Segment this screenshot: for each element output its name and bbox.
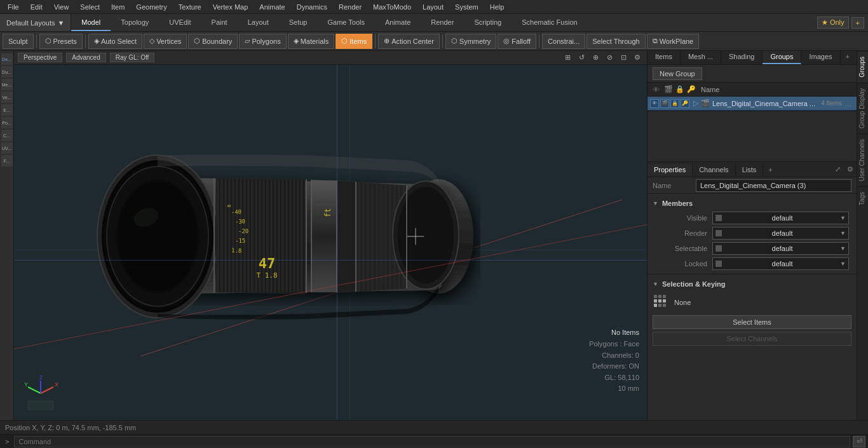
eye-icon[interactable]: 👁 <box>650 99 659 108</box>
viewport-icon-rotate[interactable]: ↺ <box>576 52 587 64</box>
sidebar-icon-8[interactable]: UV... <box>1 142 13 154</box>
tab-animate[interactable]: Animate <box>375 14 421 31</box>
select-through-button[interactable]: Select Through <box>587 34 645 49</box>
menu-animate[interactable]: Animate <box>254 2 290 12</box>
menu-geometry[interactable]: Geometry <box>131 2 172 12</box>
menu-render[interactable]: Render <box>334 2 367 12</box>
menu-select[interactable]: Select <box>75 2 105 12</box>
lock-icon[interactable]: 🔒 <box>670 99 679 108</box>
star-only-button[interactable]: ★ Only <box>817 17 849 29</box>
sidebar-icon-3[interactable]: Me... <box>1 79 13 90</box>
visible-select[interactable]: default ▼ <box>712 212 849 224</box>
vtab-groups[interactable]: Groups <box>857 51 868 83</box>
materials-button[interactable]: ◈ Materials <box>288 34 335 49</box>
presets-button[interactable]: ⬡ Presets <box>39 34 83 49</box>
tab-uvedit[interactable]: UVEdit <box>159 14 201 31</box>
sidebar-icon-4[interactable]: Ve... <box>1 92 13 103</box>
menu-file[interactable]: File <box>3 2 24 12</box>
tab-paint[interactable]: Paint <box>201 14 238 31</box>
sidebar-icon-6[interactable]: Po... <box>1 117 13 128</box>
key-icon[interactable]: 🔑 <box>681 99 689 108</box>
rp-tab-shading[interactable]: Shading <box>721 51 763 64</box>
selectable-select[interactable]: default ▼ <box>712 242 849 255</box>
viewport-icon-zoom-out[interactable]: ⊘ <box>604 52 615 64</box>
symmetry-button[interactable]: ⬡ Symmetry <box>445 34 497 49</box>
rp-tab-add[interactable]: + <box>841 51 855 64</box>
menu-texture[interactable]: Texture <box>173 2 207 12</box>
viewport-icon-settings[interactable]: ⚙ <box>632 52 643 64</box>
render-select[interactable]: default ▼ <box>712 227 849 240</box>
vertices-button[interactable]: ◇ Vertices <box>144 34 187 49</box>
sel-keying-header[interactable]: ▼ Selection & Keying <box>648 277 857 291</box>
advanced-button[interactable]: Advanced <box>66 53 105 62</box>
perspective-button[interactable]: Perspective <box>18 53 62 62</box>
prop-tab-add[interactable]: + <box>764 164 776 175</box>
rp-tab-items[interactable]: Items <box>648 51 681 64</box>
select-items-button[interactable]: Select Items <box>653 315 851 329</box>
tab-scripting[interactable]: Scripting <box>464 14 512 31</box>
action-center-button[interactable]: ⊕ Action Center <box>378 34 440 49</box>
tab-game-tools[interactable]: Game Tools <box>317 14 375 31</box>
menu-layout[interactable]: Layout <box>417 2 449 12</box>
menu-vertex-map[interactable]: Vertex Map <box>208 2 254 12</box>
add-layout-button[interactable]: + <box>851 17 864 29</box>
name-input[interactable] <box>696 179 851 192</box>
menu-edit[interactable]: Edit <box>25 2 48 12</box>
tab-topology[interactable]: Topology <box>111 14 159 31</box>
menu-system[interactable]: System <box>450 2 484 12</box>
sidebar-icon-9[interactable]: F... <box>1 155 13 166</box>
vtab-group-display[interactable]: Group Display <box>857 83 868 133</box>
polygons-button[interactable]: ▱ Polygons <box>239 34 286 49</box>
menu-help[interactable]: Help <box>485 2 510 12</box>
command-input[interactable] <box>14 436 850 447</box>
group-item-lens[interactable]: 👁 🎬 🔒 🔑 ▷ 🎬 Lens_Digital_Cinema_Camera .… <box>648 97 857 111</box>
render-color-dot <box>715 230 722 236</box>
groups-list-header: 👁 🎬 🔒 🔑 Name <box>648 83 857 97</box>
prop-tab-channels[interactable]: Channels <box>693 164 735 175</box>
viewport-icon-scene[interactable]: ⊞ <box>562 52 573 64</box>
viewport-icon-zoom-in[interactable]: ⊕ <box>590 52 601 64</box>
more-icon[interactable]: … <box>842 100 854 107</box>
sidebar-icon-7[interactable]: C... <box>1 130 13 141</box>
vtab-user-channels[interactable]: User Channels <box>857 133 868 186</box>
sculpt-button[interactable]: Sculpt <box>3 34 34 49</box>
vtab-tags[interactable]: Tags <box>857 186 868 210</box>
sidebar-icon-5[interactable]: E... <box>1 104 13 116</box>
layout-dropdown[interactable]: Default Layouts ▼ <box>0 14 71 31</box>
menu-maxtomodo[interactable]: MaxToModo <box>368 2 416 12</box>
position-display: Position X, Y, Z: 0 m, 74.5 mm, -185.5 m… <box>5 424 136 431</box>
menu-view[interactable]: View <box>49 2 74 12</box>
viewport-canvas[interactable]: ft 47 T 1.8 ∞ -40 -30 -20 -15 1.8 <box>14 65 647 420</box>
falloff-button[interactable]: ◎ Falloff <box>498 34 536 49</box>
tab-setup[interactable]: Setup <box>279 14 318 31</box>
prop-tab-properties[interactable]: Properties <box>648 164 693 175</box>
prop-tab-lists[interactable]: Lists <box>736 164 764 175</box>
prop-expand-icon[interactable]: ⤢ <box>831 162 844 177</box>
tab-schematic-fusion[interactable]: Schematic Fusion <box>512 14 587 31</box>
rp-tab-images[interactable]: Images <box>801 51 840 64</box>
command-execute-button[interactable]: ⏎ <box>853 436 865 447</box>
rp-tab-groups[interactable]: Groups <box>763 51 801 64</box>
prop-settings-icon[interactable]: ⚙ <box>844 162 857 177</box>
constraints-button[interactable]: Constrai... <box>542 34 585 49</box>
workplane-button[interactable]: ⧉ WorkPlane <box>647 34 700 49</box>
tab-render[interactable]: Render <box>421 14 464 31</box>
menu-item[interactable]: Item <box>106 2 130 12</box>
viewport[interactable]: Perspective Advanced Ray GL: Off ⊞ ↺ ⊕ ⊘… <box>14 51 647 420</box>
camera-icon[interactable]: 🎬 <box>660 99 669 108</box>
select-channels-button[interactable]: Select Channels <box>653 332 851 346</box>
members-header[interactable]: ▼ Members <box>648 196 857 210</box>
locked-select[interactable]: default ▼ <box>712 257 849 270</box>
sidebar-icon-2[interactable]: Du... <box>1 66 13 78</box>
raygl-button[interactable]: Ray GL: Off <box>110 53 155 62</box>
menu-dynamics[interactable]: Dynamics <box>292 2 332 12</box>
tab-layout[interactable]: Layout <box>238 14 279 31</box>
new-group-button[interactable]: New Group <box>653 67 702 80</box>
sidebar-icon-1[interactable]: De... <box>1 53 13 65</box>
items-button[interactable]: ⬡ Items <box>336 34 372 49</box>
tab-model[interactable]: Model <box>71 14 111 31</box>
auto-select-button[interactable]: ◈ Auto Select <box>88 34 142 49</box>
viewport-icon-fit[interactable]: ⊡ <box>618 52 629 64</box>
rp-tab-mesh[interactable]: Mesh ... <box>681 51 721 64</box>
boundary-button[interactable]: ⬡ Boundary <box>188 34 238 49</box>
